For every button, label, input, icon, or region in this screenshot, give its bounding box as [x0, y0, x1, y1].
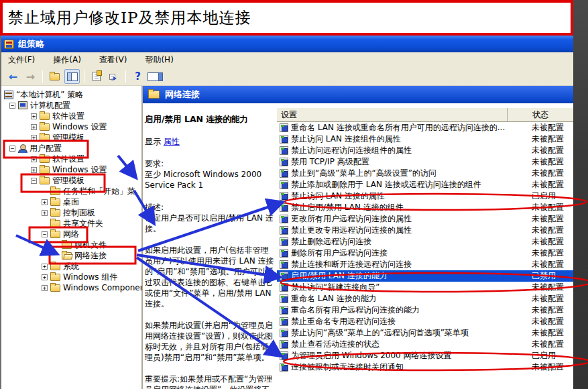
folder-icon: [40, 166, 50, 174]
tree-item-5[interactable]: −用户配置: [1, 143, 141, 154]
tree-item-7[interactable]: +Windows 设置: [1, 164, 141, 175]
policy-row-3[interactable]: 禁止访问远程访问连接组件的属性未被配置: [277, 145, 573, 156]
tree-item-16[interactable]: +系统: [1, 261, 141, 272]
policy-name: 重命名 LAN 连接的能力: [291, 293, 508, 304]
policy-setting-icon: [280, 146, 288, 155]
details-pane: 网络连接 启用/禁用 LAN 连接的能力 显示 属性 要求: 至少 Micros…: [143, 86, 573, 389]
up-one-level-button[interactable]: [47, 69, 62, 84]
policy-row-2[interactable]: 禁止访问 LAN 连接组件的属性未被配置: [277, 133, 573, 145]
policy-row-20[interactable]: 禁止查看活动连接的状态未被配置: [277, 339, 573, 350]
tree-item-9[interactable]: +任务栏和「开始」菜.: [1, 186, 141, 197]
annotation-title-banner: 禁止域用户修改IP及禁用本地连接: [0, 0, 573, 36]
policy-row-11[interactable]: 禁止删除远程访问连接未被配置: [277, 236, 573, 247]
collapse-icon[interactable]: −: [9, 103, 15, 109]
tree-item-17[interactable]: +Windows 组件: [1, 272, 141, 282]
tree-item-13[interactable]: −网络: [1, 229, 141, 239]
policy-row-1[interactable]: 重命名 LAN 连接或重命名所有用户可用的远程访问连接的...未被配置: [277, 122, 573, 133]
expand-icon[interactable]: +: [42, 264, 48, 270]
expand-icon[interactable]: +: [42, 274, 48, 280]
tree-item-label: Windows 设置: [52, 164, 107, 176]
show-console-tree-icon: [67, 72, 78, 81]
tree-item-12[interactable]: +共享文件夹: [1, 218, 141, 229]
expand-icon[interactable]: +: [42, 210, 48, 216]
policy-row-7[interactable]: 禁止访问 LAN 连接的属性已启用: [277, 190, 573, 202]
menu-help[interactable]: 帮助(H): [145, 54, 173, 66]
toolbar-separator: [84, 70, 84, 82]
policy-row-15[interactable]: 禁止访问“新建连接向导”未被配置: [277, 282, 573, 293]
policy-row-10[interactable]: 禁止更改专用远程访问连接的属性未被配置: [277, 225, 573, 236]
policy-name: 禁止访问“新建连接向导”: [291, 282, 508, 293]
folder-icon: [40, 134, 50, 142]
tree-item-label: 任务栏和「开始」菜.: [63, 186, 138, 197]
column-header-setting[interactable]: 设置: [277, 108, 508, 121]
policy-setting-icon: [280, 306, 288, 315]
back-button[interactable]: ←: [5, 69, 21, 84]
toolbar-separator: [125, 70, 126, 82]
policy-row-21[interactable]: 为管理员启用 Windows 2000 网络连接设置已启用: [277, 350, 573, 362]
forward-button[interactable]: →: [23, 69, 38, 84]
policy-row-12[interactable]: 删除所有用户远程访问连接未被配置: [277, 247, 573, 259]
policy-setting-icon: [280, 135, 288, 144]
tree-item-6[interactable]: +软件设置: [1, 154, 141, 164]
tree-item-15[interactable]: +网络连接: [1, 250, 141, 261]
tree-item-3[interactable]: +Windows 设置: [1, 121, 141, 132]
tree-item-0[interactable]: “本地计算机” 策略: [1, 89, 141, 100]
policy-row-13[interactable]: 禁止连接和断开连接远程访问连接未被配置: [277, 259, 573, 270]
collapse-icon[interactable]: −: [31, 178, 37, 184]
policy-row-16[interactable]: 重命名 LAN 连接的能力未被配置: [277, 293, 573, 304]
folder-icon: [40, 123, 50, 131]
details-header-title: 网络连接: [165, 89, 200, 101]
policy-status: 未被配置: [508, 122, 573, 133]
properties-link[interactable]: 属性: [164, 137, 180, 146]
policy-name: 更改所有用户远程访问连接的属性: [291, 213, 508, 225]
tree-item-4[interactable]: +管理模板: [1, 132, 141, 143]
policy-status: 未被配置: [508, 327, 573, 339]
tree-item-label: 脱机文件: [74, 239, 107, 251]
show-properties-line: 显示 属性: [145, 136, 276, 147]
policy-row-17[interactable]: 重命名所有用户远程访问连接的能力未被配置: [277, 304, 573, 316]
export-list-button[interactable]: [106, 69, 121, 84]
column-header-status[interactable]: 状态: [508, 108, 573, 121]
tree-item-label: 网络连接: [74, 250, 107, 262]
tree-item-10[interactable]: +桌面: [1, 197, 141, 207]
policy-setting-icon: [280, 158, 288, 166]
collapse-icon[interactable]: −: [9, 146, 15, 152]
tree-item-11[interactable]: +控制面板: [1, 207, 141, 218]
expand-icon[interactable]: +: [31, 156, 37, 162]
menu-file[interactable]: 文件(F): [8, 54, 35, 66]
policy-row-18[interactable]: 禁止重命名专用远程访问连接未被配置: [277, 316, 573, 327]
help-button[interactable]: ?: [130, 69, 145, 84]
policy-name: 禁止连接和断开连接远程访问连接: [291, 259, 508, 270]
policy-row-19[interactable]: 禁止访问“高级”菜单上的“远程访问首选项”菜单项未被配置: [277, 327, 573, 339]
show-action-pane-button[interactable]: [148, 69, 163, 84]
policy-row-4[interactable]: 禁用 TCP/IP 高级配置未被配置: [277, 156, 573, 168]
properties-button[interactable]: [89, 69, 104, 84]
tree-item-2[interactable]: +软件设置: [1, 111, 141, 121]
tree-item-label: 软件设置: [52, 154, 84, 165]
collapse-icon[interactable]: −: [42, 231, 48, 237]
expand-icon[interactable]: +: [42, 199, 48, 205]
folder-open-icon: [62, 252, 72, 260]
expand-icon[interactable]: +: [42, 285, 48, 291]
policy-row-8[interactable]: 禁止启用/禁用 LAN 连接的组件未被配置: [277, 202, 573, 213]
expand-icon[interactable]: +: [31, 113, 37, 119]
expand-icon[interactable]: +: [31, 124, 37, 130]
menu-view[interactable]: 查看(V): [99, 54, 127, 66]
policy-row-22[interactable]: 连接被限制或无连接时关闭通知未被配置: [277, 362, 573, 373]
description-text: 确定用户是否可以启用/禁用 LAN 连接。如果启用此设置，用户(包括非管理员用户…: [145, 213, 276, 389]
tree-item-1[interactable]: −计算机配置: [1, 100, 141, 111]
policy-row-6[interactable]: 禁止添加或删除用于 LAN 连接或远程访问连接的组件未被配置: [277, 179, 573, 190]
tree-item-8[interactable]: −管理模板: [1, 175, 141, 186]
policy-row-14[interactable]: 启用/禁用 LAN 连接的能力已禁用: [277, 270, 573, 282]
show-console-tree-button[interactable]: [64, 69, 80, 84]
tree-item-18[interactable]: +Windows Components: [1, 282, 141, 293]
tree-item-14[interactable]: +脱机文件: [1, 239, 141, 250]
user-icon: [18, 144, 27, 153]
expand-icon[interactable]: +: [31, 167, 37, 173]
policy-row-9[interactable]: 更改所有用户远程访问连接的属性未被配置: [277, 213, 573, 225]
console-tree-pane: “本地计算机” 策略−计算机配置+软件设置+Windows 设置+管理模板−用户…: [1, 86, 143, 389]
policy-row-5[interactable]: 禁止到“高级”菜单上的“高级设置”的访问未被配置: [277, 168, 573, 179]
menu-action[interactable]: 操作(A): [53, 54, 81, 66]
expand-icon[interactable]: +: [31, 135, 37, 141]
requirements-text: 要求: 至少 Microsoft Windows 2000 Service Pa…: [145, 158, 276, 190]
